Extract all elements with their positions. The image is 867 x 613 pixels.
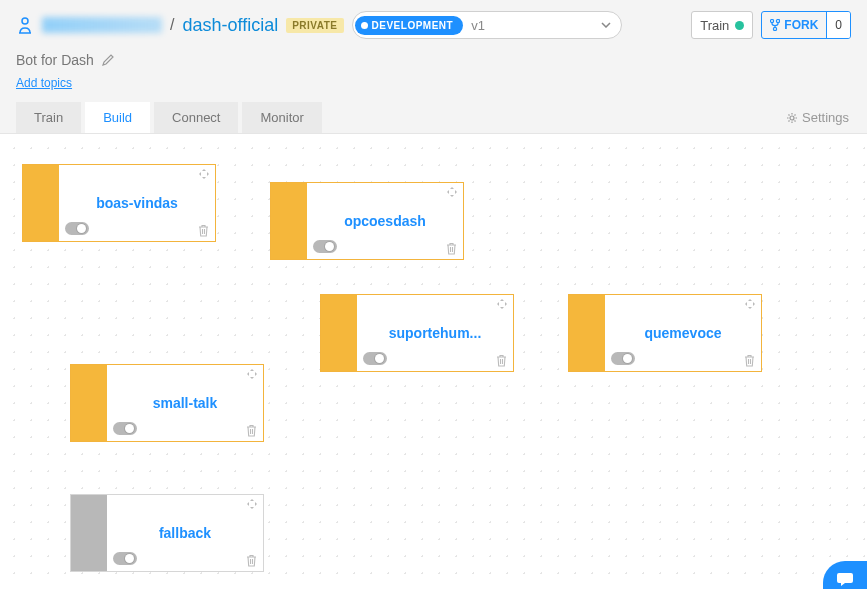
bot-description: Bot for Dash — [16, 52, 94, 68]
tab-build[interactable]: Build — [85, 102, 150, 133]
svg-point-0 — [22, 18, 28, 24]
node-color-bar — [23, 165, 59, 241]
node-body: fallback — [107, 495, 263, 571]
tab-monitor[interactable]: Monitor — [242, 102, 321, 133]
node-title: small-talk — [145, 395, 226, 411]
svg-point-2 — [771, 19, 774, 22]
fork-label: FORK — [784, 18, 818, 32]
version-label: v1 — [471, 18, 592, 33]
node-body: quemevoce — [605, 295, 761, 371]
node-title: quemevoce — [636, 325, 729, 341]
breadcrumb-row: / dash-official PRIVATE DEVELOPMENT v1 T… — [16, 8, 851, 42]
fork-button[interactable]: FORK 0 — [761, 11, 851, 39]
node-color-bar — [321, 295, 357, 371]
flow-node-suportehum[interactable]: suportehum... — [320, 294, 514, 372]
node-toggle[interactable] — [113, 552, 137, 565]
trash-icon[interactable] — [246, 424, 257, 437]
node-toggle[interactable] — [65, 222, 89, 235]
train-button[interactable]: Train — [691, 11, 753, 39]
node-toggle[interactable] — [611, 352, 635, 365]
help-button[interactable] — [823, 561, 867, 589]
node-color-bar — [71, 365, 107, 441]
avatar-icon — [16, 16, 34, 34]
dot-icon — [361, 22, 368, 29]
top-bar: / dash-official PRIVATE DEVELOPMENT v1 T… — [0, 0, 867, 134]
svg-point-5 — [790, 116, 794, 120]
node-title: opcoesdash — [336, 213, 434, 229]
flow-node-fallback[interactable]: fallback — [70, 494, 264, 572]
drag-handle-icon[interactable] — [497, 299, 507, 309]
train-button-label: Train — [700, 18, 729, 33]
chevron-down-icon — [601, 22, 611, 28]
add-topics-link[interactable]: Add topics — [16, 72, 72, 102]
chat-icon — [836, 571, 854, 587]
flow-canvas[interactable]: boas-vindasopcoesdashsuportehum...quemev… — [0, 134, 867, 589]
node-body: boas-vindas — [59, 165, 215, 241]
description-row: Bot for Dash — [16, 42, 851, 72]
node-body: suportehum... — [357, 295, 513, 371]
drag-handle-icon[interactable] — [247, 499, 257, 509]
svg-point-3 — [777, 19, 780, 22]
edit-description-icon[interactable] — [102, 54, 114, 66]
tab-train[interactable]: Train — [16, 102, 81, 133]
environment-label: DEVELOPMENT — [372, 20, 454, 31]
fork-icon — [770, 19, 780, 31]
private-badge: PRIVATE — [286, 18, 343, 33]
trash-icon[interactable] — [246, 554, 257, 567]
drag-handle-icon[interactable] — [199, 169, 209, 179]
tab-connect[interactable]: Connect — [154, 102, 238, 133]
node-toggle[interactable] — [363, 352, 387, 365]
breadcrumb-separator: / — [170, 16, 174, 34]
trash-icon[interactable] — [446, 242, 457, 255]
drag-handle-icon[interactable] — [745, 299, 755, 309]
drag-handle-icon[interactable] — [247, 369, 257, 379]
drag-handle-icon[interactable] — [447, 187, 457, 197]
gear-icon — [786, 112, 798, 124]
environment-pill: DEVELOPMENT — [355, 16, 464, 35]
flow-node-opcoesdash[interactable]: opcoesdash — [270, 182, 464, 260]
node-body: small-talk — [107, 365, 263, 441]
node-toggle[interactable] — [313, 240, 337, 253]
repo-name[interactable]: dash-official — [182, 15, 278, 36]
flow-node-small-talk[interactable]: small-talk — [70, 364, 264, 442]
settings-label: Settings — [802, 110, 849, 125]
tabs: Train Build Connect Monitor Settings — [16, 102, 851, 133]
status-dot-icon — [735, 21, 744, 30]
trash-icon[interactable] — [198, 224, 209, 237]
trash-icon[interactable] — [496, 354, 507, 367]
environment-selector[interactable]: DEVELOPMENT v1 — [352, 11, 622, 39]
node-toggle[interactable] — [113, 422, 137, 435]
svg-point-4 — [774, 27, 777, 30]
node-color-bar — [569, 295, 605, 371]
node-title: fallback — [151, 525, 219, 541]
node-color-bar — [71, 495, 107, 571]
fork-count: 0 — [826, 12, 850, 38]
fork-button-main: FORK — [762, 18, 826, 32]
node-color-bar — [271, 183, 307, 259]
flow-node-boas-vindas[interactable]: boas-vindas — [22, 164, 216, 242]
node-body: opcoesdash — [307, 183, 463, 259]
owner-name[interactable] — [42, 17, 162, 33]
trash-icon[interactable] — [744, 354, 755, 367]
node-title: suportehum... — [381, 325, 490, 341]
flow-node-quemevoce[interactable]: quemevoce — [568, 294, 762, 372]
settings-link[interactable]: Settings — [786, 110, 851, 125]
node-title: boas-vindas — [88, 195, 186, 211]
